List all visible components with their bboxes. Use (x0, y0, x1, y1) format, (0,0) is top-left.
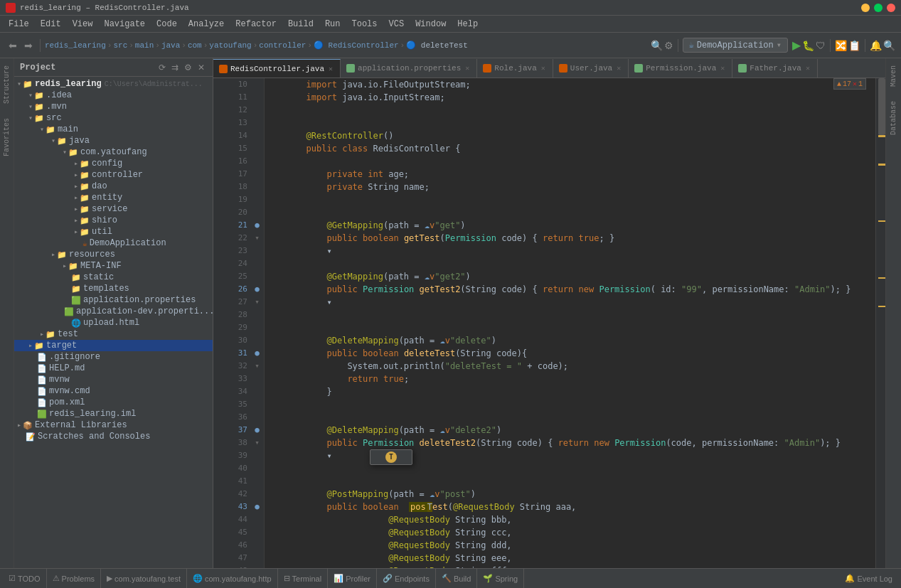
problems-button[interactable]: ⚠ Problems (47, 569, 101, 588)
menu-run[interactable]: Run (319, 18, 346, 31)
tree-item-gitignore[interactable]: 📄 .gitignore (14, 351, 213, 363)
tree-item-iml[interactable]: 🟩 redis_learing.iml (14, 408, 213, 419)
menu-edit[interactable]: Edit (35, 18, 67, 31)
debug-button[interactable]: 🐛 (802, 40, 814, 51)
project-settings-button[interactable]: ⚙ (182, 62, 194, 73)
tree-item-meta-inf[interactable]: ▸ 📁 META-INF (14, 260, 213, 272)
tree-item-service[interactable]: ▸ 📁 service (14, 203, 213, 215)
tree-item-config[interactable]: ▸ 📁 config (14, 158, 213, 169)
menu-help[interactable]: Help (452, 18, 484, 31)
tab-close-icon[interactable]: ✕ (719, 64, 726, 73)
menu-refactor[interactable]: Refactor (230, 18, 282, 31)
structure-tab[interactable]: Structure (1, 58, 13, 111)
tree-item-upload-html[interactable]: 🌐 upload.html (14, 317, 213, 328)
tree-item-templates[interactable]: 📁 templates (14, 283, 213, 294)
tree-item-mvnw[interactable]: 📄 mvnw (14, 374, 213, 385)
menu-tools[interactable]: Tools (346, 18, 383, 31)
autocomplete-popup[interactable]: T (370, 449, 412, 465)
menu-view[interactable]: View (67, 18, 99, 31)
menu-file[interactable]: File (3, 18, 35, 31)
event-log-button[interactable]: 🔔 Event Log (839, 569, 898, 588)
http-button[interactable]: 🌐 com.yatoufang.http (187, 569, 278, 588)
tab-user-java[interactable]: User.java ✕ (553, 59, 629, 77)
notifications-button[interactable]: 🔔 (870, 40, 882, 51)
tab-close-icon[interactable]: ✕ (540, 64, 547, 73)
tree-item-shiro[interactable]: ▸ 📁 shiro (14, 215, 213, 226)
tree-item-pom-xml[interactable]: 📄 pom.xml (14, 397, 213, 408)
tree-item-dao[interactable]: ▸ 📁 dao (14, 181, 213, 192)
breadcrumb-yatoufang[interactable]: yatoufang (209, 41, 251, 50)
maven-tab[interactable]: Maven (887, 58, 900, 94)
run-config-selector[interactable]: ☕ DemoApplication ▾ (683, 38, 789, 53)
settings-button[interactable]: ⚙ (664, 40, 673, 51)
minimize-button[interactable] (861, 4, 870, 12)
toolbar-forward[interactable]: ➡ (21, 38, 36, 53)
tree-item-demoapplication[interactable]: ☕ DemoApplication (14, 237, 213, 249)
tab-father-java[interactable]: Father.java ✕ (732, 59, 818, 77)
project-collapse-button[interactable]: ⇉ (169, 62, 181, 73)
endpoints-button[interactable]: 🔗 Endpoints (377, 569, 436, 588)
tab-close-icon[interactable]: ✕ (327, 65, 334, 73)
tree-item-external-libraries[interactable]: ▸ 📦 External Libraries (14, 419, 213, 431)
tree-item-application-properties[interactable]: 🟩 application.properties (14, 294, 213, 306)
project-sync-button[interactable]: ⟳ (156, 62, 168, 73)
maximize-button[interactable] (874, 4, 883, 12)
breadcrumb-class[interactable]: 🔵 RedisController (314, 41, 399, 50)
tab-close-icon[interactable]: ✕ (615, 64, 622, 73)
tree-item-main[interactable]: ▾ 📁 main (14, 124, 213, 135)
tree-item-root[interactable]: ▾ 📁 redis_learing C:\Users\Administrat..… (14, 78, 213, 90)
tree-item-src[interactable]: ▾ 📁 src (14, 112, 213, 124)
toolbar-back[interactable]: ⬅ (6, 38, 20, 53)
tree-item-entity[interactable]: ▸ 📁 entity (14, 192, 213, 203)
terminal-button[interactable]: ⊟ Terminal (278, 569, 329, 588)
breadcrumb-method[interactable]: 🔵 deleteTest (406, 41, 468, 50)
spring-button[interactable]: 🌱 Spring (477, 569, 524, 588)
breadcrumb-controller[interactable]: controller (259, 41, 306, 50)
git-button[interactable]: 🔀 (835, 40, 847, 51)
database-tab[interactable]: Database (887, 94, 900, 142)
tab-redis-controller[interactable]: RedisController.java ✕ (213, 59, 341, 77)
tree-item-resources[interactable]: ▸ 📁 resources (14, 249, 213, 260)
build-button[interactable]: 🔨 Build (436, 569, 477, 588)
breadcrumb-main[interactable]: main (135, 41, 154, 50)
tab-role-java[interactable]: Role.java ✕ (477, 59, 553, 77)
menu-vcs[interactable]: VCS (383, 18, 410, 31)
menu-analyze[interactable]: Analyze (183, 18, 230, 31)
tab-application-properties[interactable]: application.properties ✕ (341, 59, 477, 77)
search-button[interactable]: 🔍 (883, 40, 895, 51)
run-button[interactable]: ▶ (792, 38, 801, 52)
menu-window[interactable]: Window (410, 18, 452, 31)
menu-navigate[interactable]: Navigate (98, 18, 151, 31)
project-close-button[interactable]: ✕ (196, 62, 207, 73)
tab-close-icon[interactable]: ✕ (804, 64, 811, 73)
code-content[interactable]: import java.io.FileOutputStream; import … (265, 78, 875, 568)
tree-item-mvn[interactable]: ▾ 📁 .mvn (14, 101, 213, 112)
tree-item-mvnw-cmd[interactable]: 📄 mvnw.cmd (14, 385, 213, 397)
tree-item-scratches[interactable]: 📝 Scratches and Consoles (14, 431, 213, 442)
menu-code[interactable]: Code (151, 18, 183, 31)
search-everywhere-button[interactable]: 🔍 (651, 40, 663, 51)
breadcrumb-project[interactable]: redis_learing (45, 41, 106, 50)
breadcrumb-src[interactable]: src (113, 41, 127, 50)
tree-item-static[interactable]: 📁 static (14, 272, 213, 283)
tree-item-idea[interactable]: ▾ 📁 .idea (14, 90, 213, 101)
todo-button[interactable]: ☑ TODO (3, 569, 47, 588)
favorites-tab[interactable]: Favorites (1, 111, 13, 164)
vcs-button[interactable]: 📋 (848, 40, 860, 51)
tab-close-icon[interactable]: ✕ (464, 64, 471, 73)
profiler-button[interactable]: 📊 Profiler (328, 569, 377, 588)
breadcrumb-com[interactable]: com (188, 41, 202, 50)
test-result-button[interactable]: ▶ com.yatoufang.test (101, 569, 187, 588)
close-button[interactable] (887, 4, 895, 12)
tree-item-test[interactable]: ▸ 📁 test (14, 328, 213, 340)
tree-item-help-md[interactable]: 📄 HELP.md (14, 363, 213, 374)
tree-item-util[interactable]: ▸ 📁 util (14, 226, 213, 237)
tree-item-target[interactable]: ▸ 📁 target (14, 340, 213, 351)
tree-item-java[interactable]: ▾ 📁 java (14, 135, 213, 146)
coverage-button[interactable]: 🛡 (816, 40, 826, 51)
breadcrumb-java[interactable]: java (161, 41, 180, 50)
menu-build[interactable]: Build (282, 18, 319, 31)
tree-item-com-yatoufang[interactable]: ▾ 📁 com.yatoufang (14, 146, 213, 158)
tree-item-application-dev[interactable]: 🟩 application-dev.properti... (14, 306, 213, 317)
tree-item-controller[interactable]: ▸ 📁 controller (14, 169, 213, 181)
